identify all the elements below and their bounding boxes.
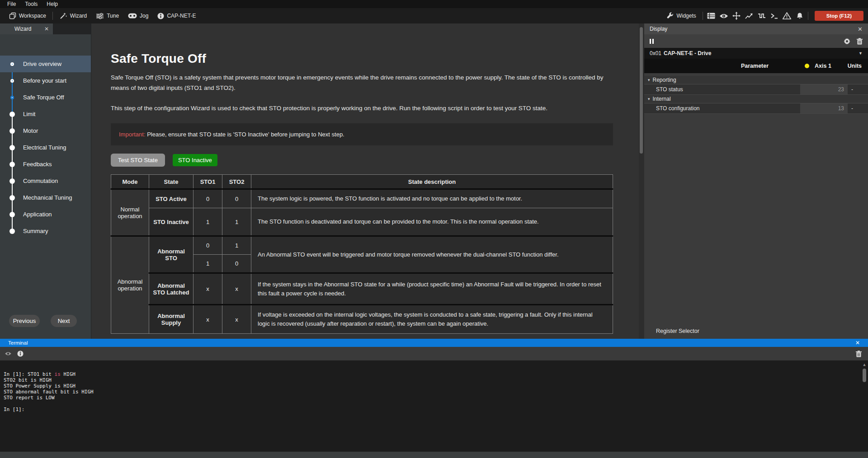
wizard-button[interactable]: Wizard: [55, 8, 91, 23]
parameter-units: -: [848, 105, 868, 112]
sidebar-item-before-your-start[interactable]: Before your start: [0, 72, 91, 89]
terminal-line: STO Power Supply is HIGH: [4, 383, 868, 389]
info-icon[interactable]: [17, 351, 24, 357]
parameter-row-sto-status[interactable]: STO status 23 -: [644, 84, 868, 95]
eye-icon[interactable]: [5, 351, 12, 356]
display-panel: Display ✕ 0x01 CAP-NET-E - Drive ▼ Param…: [644, 23, 868, 339]
previous-button[interactable]: Previous: [9, 315, 40, 327]
toolbar-divider: [703, 12, 703, 20]
wizard-steps: Drive overview Before your start Safe To…: [0, 56, 91, 239]
instruction-paragraph: This step of the configuration Wizard is…: [111, 103, 613, 113]
state-cell: STO Active: [149, 189, 193, 208]
sidebar-item-commutation[interactable]: Commutation: [0, 173, 91, 189]
step-todo-indicator: [9, 178, 15, 184]
sidebar-item-application[interactable]: Application: [0, 206, 91, 223]
table-row: Abnormal operation Abnormal STO 0 1 An A…: [111, 236, 613, 255]
square-wave-button[interactable]: [755, 13, 768, 19]
description-cell: The system logic is powered, the STO fun…: [251, 189, 613, 208]
trash-icon[interactable]: [856, 351, 862, 357]
sidebar-item-electrical-tuning[interactable]: Electrical Tuning: [0, 139, 91, 156]
state-cell: Abnormal STO: [149, 236, 193, 273]
pause-icon[interactable]: [650, 39, 654, 44]
workspace-button[interactable]: Workspace: [5, 8, 51, 23]
workspace-icon: [9, 12, 16, 19]
parameter-row-sto-configuration[interactable]: STO configuration 13 -: [644, 103, 868, 114]
mode-cell: Abnormal operation: [111, 236, 149, 334]
scrollbar-thumb[interactable]: [640, 27, 643, 154]
register-table-button[interactable]: [705, 13, 717, 19]
terminal-output[interactable]: In [1]: STO1 bit is HIGH STO2 bit is HIG…: [0, 360, 868, 452]
parameter-label: STO status: [644, 86, 800, 93]
watch-eye-button[interactable]: [717, 13, 730, 19]
motion-button[interactable]: [730, 12, 743, 20]
trash-icon[interactable]: [857, 38, 863, 45]
chevron-down-icon[interactable]: ▼: [859, 51, 863, 56]
left-column: Wizard ✕ Drive overview Before your star…: [0, 23, 91, 339]
close-icon[interactable]: ✕: [858, 26, 863, 33]
description-cell: If the system stays in the Abnormal STO …: [251, 273, 613, 305]
menu-file[interactable]: File: [3, 1, 20, 7]
sidebar-item-motor[interactable]: Motor: [0, 122, 91, 139]
step-todo-indicator: [9, 128, 15, 134]
sto2-cell: 0: [222, 189, 251, 208]
column-header-sto1: STO1: [193, 175, 222, 189]
stop-button[interactable]: Stop (F12): [815, 11, 863, 21]
parameter-value: 13: [800, 103, 848, 113]
step-label: Limit: [23, 111, 35, 117]
step-label: Drive overview: [23, 61, 61, 67]
sidebar-item-summary[interactable]: Summary: [0, 223, 91, 239]
sidebar-item-feedbacks[interactable]: Feedbacks: [0, 156, 91, 173]
step-label: Commutation: [23, 178, 58, 184]
column-header-parameter: Parameter: [651, 63, 805, 69]
close-icon[interactable]: ✕: [855, 340, 860, 346]
table-row: STO Inactive 1 1 The STO function is dea…: [111, 208, 613, 236]
sto2-cell: x: [222, 305, 251, 334]
group-row-reporting[interactable]: ▾ Reporting: [644, 76, 868, 84]
wizard-sidebar: Drive overview Before your start Safe To…: [0, 34, 91, 339]
display-panel-title: Display: [650, 26, 667, 32]
warning-button[interactable]: [781, 12, 793, 19]
sidebar-item-safe-torque-off[interactable]: Safe Torque Off: [0, 89, 91, 106]
next-button[interactable]: Next: [51, 315, 77, 327]
sidebar-item-mechanical-tuning[interactable]: Mechanical Tuning: [0, 189, 91, 206]
terminal-scrollbar[interactable]: ▲: [862, 362, 867, 452]
workarea: Wizard ✕ Drive overview Before your star…: [0, 23, 868, 339]
keyword-highlight: is: [55, 371, 61, 377]
tab-wizard[interactable]: Wizard ✕: [0, 23, 53, 34]
group-label: Reporting: [653, 77, 676, 83]
sidebar-item-drive-overview[interactable]: Drive overview: [0, 56, 91, 72]
scrollbar-thumb[interactable]: [863, 369, 866, 382]
application-window: File Tools Help Workspace Wizard Tune Jo…: [0, 0, 868, 458]
terminal-prompt[interactable]: In [1]:: [4, 407, 868, 412]
device-label: CAP-NET-E: [167, 13, 196, 19]
sidebar-item-limit[interactable]: Limit: [0, 106, 91, 122]
widgets-button[interactable]: Widgets: [662, 12, 700, 19]
close-icon[interactable]: ✕: [44, 26, 49, 32]
important-label: Important:: [119, 131, 146, 138]
test-sto-state-button[interactable]: Test STO State: [111, 154, 165, 167]
device-selector-row[interactable]: 0x01 CAP-NET-E - Drive ▼: [644, 48, 868, 59]
main-scrollbar[interactable]: [639, 23, 644, 339]
gear-icon[interactable]: [844, 38, 850, 45]
terminal-title: Terminal: [8, 340, 28, 346]
menu-help[interactable]: Help: [42, 1, 62, 7]
step-todo-indicator: [9, 145, 15, 150]
description-cell: An Abnormal STO event will be triggered …: [251, 236, 613, 273]
notifications-bell-button[interactable]: [793, 12, 806, 19]
jog-button[interactable]: Jog: [123, 8, 153, 23]
wizard-nav: Previous Next: [9, 315, 77, 327]
device-info-button[interactable]: CAP-NET-E: [153, 8, 200, 23]
group-row-internal[interactable]: ▾ Internal: [644, 95, 868, 103]
tune-button[interactable]: Tune: [91, 8, 123, 23]
scope-chart-button[interactable]: [743, 13, 755, 19]
terminal-button[interactable]: [768, 13, 781, 19]
scroll-up-arrow-icon[interactable]: ▲: [863, 362, 865, 367]
tune-label: Tune: [107, 13, 119, 19]
table-row: Abnormal Supply x x If voltage is exceed…: [111, 305, 613, 334]
menu-tools[interactable]: Tools: [20, 1, 42, 7]
step-label: Before your start: [23, 77, 66, 84]
info-icon: [157, 13, 164, 19]
tab-strip: Wizard ✕: [0, 23, 91, 34]
step-done-indicator: [10, 79, 14, 83]
toolbar-right-group: Widgets Stop (F12): [662, 11, 863, 21]
